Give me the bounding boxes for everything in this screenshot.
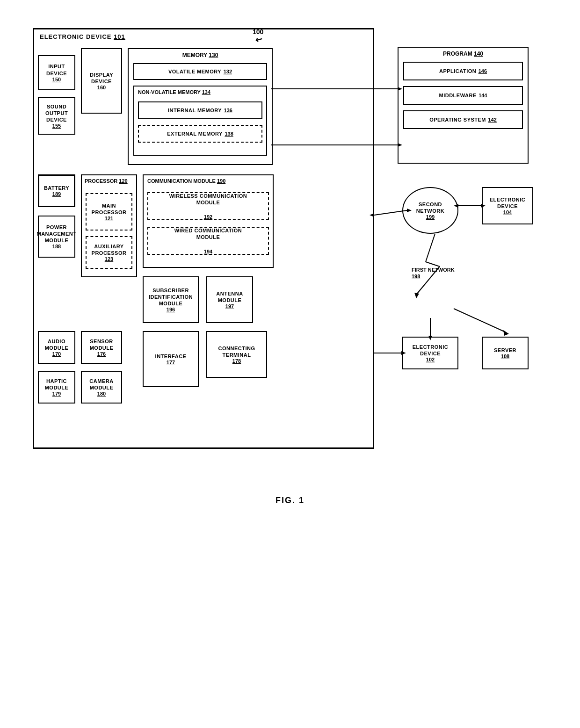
aux-processor-box: AUXILIARY PROCESSOR 123 xyxy=(86,236,132,269)
internal-memory-box: INTERNAL MEMORY 136 xyxy=(138,101,262,119)
svg-line-11 xyxy=(426,262,440,267)
audio-module-box: AUDIO MODULE 170 xyxy=(38,331,75,364)
connecting-terminal-box: CONNECTING TERMINAL 178 xyxy=(206,331,267,378)
processor-box: PROCESSOR 120 MAIN PROCESSOR 121 AUXILIA… xyxy=(81,174,137,277)
comm-title: COMMUNICATION MODULE 190 xyxy=(147,178,225,184)
electronic-device-104-box: ELECTRONIC DEVICE 104 xyxy=(482,187,533,224)
os-box: OPERATING SYSTEM 142 xyxy=(403,110,523,129)
haptic-module-box: HAPTIC MODULE 179 xyxy=(38,371,75,404)
wired-comm-box: WIRED COMMUNICATION MODULE 194 xyxy=(147,227,269,255)
electronic-device-102-box: ELECTRONIC DEVICE 102 xyxy=(402,337,458,369)
non-volatile-memory-box: NON-VOLATILE MEMORY 134 INTERNAL MEMORY … xyxy=(133,86,267,156)
communication-module-box: COMMUNICATION MODULE 190 WIRELESS COMMUN… xyxy=(143,174,274,268)
second-network-box: SECOND NETWORK 199 xyxy=(402,187,458,234)
middleware-box: MIDDLEWARE 144 xyxy=(403,86,523,105)
svg-marker-13 xyxy=(414,293,419,298)
program-title: PROGRAM 140 xyxy=(443,50,483,57)
non-volatile-title: NON-VOLATILE MEMORY 134 xyxy=(138,89,210,95)
battery-box: BATTERY 189 xyxy=(38,174,75,207)
memory-box: MEMORY 130 VOLATILE MEMORY 132 NON-VOLAT… xyxy=(128,48,273,165)
main-processor-box: MAIN PROCESSOR 121 xyxy=(86,193,132,231)
main-device-box: ELECTRONIC DEVICE 101 MEMORY 130 VOLATIL… xyxy=(33,28,374,449)
svg-line-18 xyxy=(454,309,505,332)
power-management-box: POWER MANAGEMENT MODULE 188 xyxy=(38,216,75,258)
svg-marker-19 xyxy=(503,330,509,336)
input-device-box: INPUT DEVICE 150 xyxy=(38,55,75,90)
sound-output-box: SOUND OUTPUT DEVICE 155 xyxy=(38,97,75,135)
wireless-comm-box: WIRELESS COMMUNICATION MODULE 192 xyxy=(147,192,269,220)
full-diagram: 100 ↙ ELECTRONIC DEVICE 101 MEMORY 130 V… xyxy=(33,28,547,486)
external-memory-box: EXTERNAL MEMORY 138 xyxy=(138,125,262,143)
memory-title: MEMORY 130 xyxy=(182,52,218,58)
antenna-box: ANTENNA MODULE 197 xyxy=(206,276,253,323)
application-box: APPLICATION 146 xyxy=(403,62,523,80)
processor-title: PROCESSOR 120 xyxy=(85,178,128,184)
volatile-memory-box: VOLATILE MEMORY 132 xyxy=(133,63,267,80)
svg-line-10 xyxy=(426,234,435,262)
program-box: PROGRAM 140 APPLICATION 146 MIDDLEWARE 1… xyxy=(398,47,529,164)
fig-label: FIG. 1 xyxy=(276,496,304,505)
display-device-box: DISPLAY DEVICE 160 xyxy=(81,48,122,114)
server-box: SERVER 108 xyxy=(482,337,529,369)
sensor-module-box: SENSOR MODULE 176 xyxy=(81,331,122,364)
subscriber-box: SUBSCRIBER IDENTIFICATION MODULE 196 xyxy=(143,276,199,323)
first-network-label: FIRST NETWORK 198 xyxy=(412,267,455,280)
interface-box: INTERFACE 177 xyxy=(143,331,199,387)
camera-module-box: CAMERA MODULE 180 xyxy=(81,371,122,404)
main-device-label: ELECTRONIC DEVICE 101 xyxy=(40,33,125,40)
